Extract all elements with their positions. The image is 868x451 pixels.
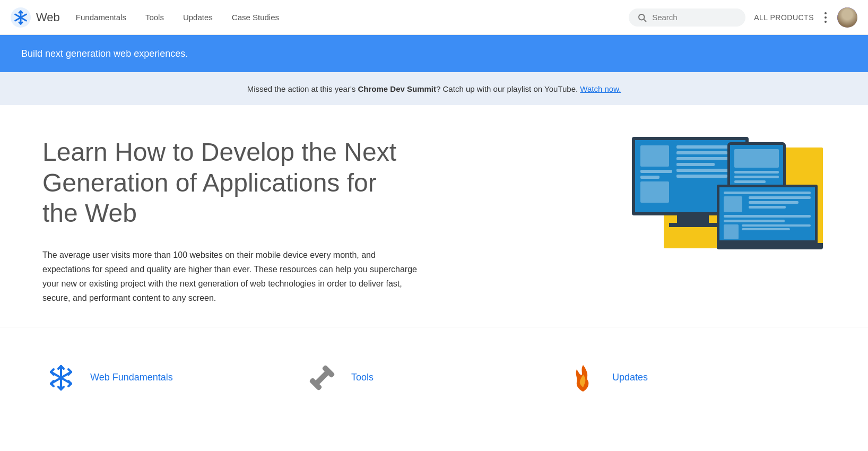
screen-line [676, 163, 715, 166]
nav-logo-text: Web [36, 11, 60, 24]
svg-line-7 [21, 22, 22, 24]
avatar-image [837, 7, 857, 28]
nav-links: Fundamentals Tools Updates Case Studies [76, 11, 629, 24]
tools-label[interactable]: Tools [351, 372, 374, 383]
tablet-line [734, 176, 779, 178]
laptop-line [749, 201, 798, 204]
laptop-line [724, 215, 811, 218]
announcement-prefix: Missed the action at this year's [247, 84, 358, 93]
nav-logo[interactable]: Web [11, 7, 60, 28]
dot [824, 16, 827, 19]
user-avatar[interactable] [837, 7, 857, 28]
laptop-device [717, 185, 823, 254]
nav-link-updates[interactable]: Updates [183, 11, 213, 24]
laptop-block [724, 196, 742, 212]
laptop-line [724, 192, 811, 194]
navigation: Web Fundamentals Tools Updates Case Stud… [0, 0, 868, 35]
nav-link-case-studies[interactable]: Case Studies [232, 11, 279, 24]
snowflake-big-icon [45, 362, 77, 394]
svg-line-5 [21, 11, 22, 13]
bottom-section: Web Fundamentals Tools Updates [0, 327, 868, 407]
announcement-banner: Missed the action at this year's Chrome … [0, 72, 868, 105]
screen-line [640, 176, 659, 179]
laptop-line [749, 206, 786, 209]
laptop-base [717, 243, 823, 249]
laptop-screen [717, 185, 818, 243]
screen-block [640, 181, 669, 203]
main-description: The average user visits more than 100 we… [42, 248, 424, 306]
dot [824, 21, 827, 23]
flame-icon [567, 362, 599, 394]
web-fundamentals-label[interactable]: Web Fundamentals [90, 372, 173, 383]
screen-left-col [640, 145, 672, 206]
dot [824, 12, 827, 14]
bottom-item-web-fundamentals: Web Fundamentals [42, 349, 303, 407]
tablet-block [734, 149, 779, 168]
search-input[interactable] [652, 13, 732, 22]
all-products-button[interactable]: ALL PRODUCTS [754, 13, 814, 22]
screen-line [676, 175, 727, 178]
laptop-lines-col [749, 196, 811, 212]
search-icon [637, 13, 647, 22]
tablet-line [734, 180, 766, 183]
search-box[interactable] [629, 8, 745, 27]
web-fundamentals-icon [42, 359, 80, 396]
laptop-line [724, 220, 785, 222]
monitor-stand [677, 215, 709, 223]
tools-icon [303, 359, 341, 396]
svg-line-24 [68, 369, 71, 372]
screen-line [640, 170, 672, 173]
nav-link-fundamentals[interactable]: Fundamentals [76, 11, 126, 24]
wrench-icon [306, 362, 338, 394]
monitor-base [669, 223, 717, 227]
laptop-line-sm [742, 228, 790, 230]
laptop-lines-sm [742, 224, 811, 239]
tablet-line [734, 171, 779, 174]
laptop-line [749, 196, 811, 199]
svg-line-9 [644, 19, 646, 21]
bottom-item-updates: Updates [565, 349, 826, 407]
updates-icon [565, 359, 602, 396]
main-left: Learn How to Develop the Next Generation… [42, 137, 597, 306]
laptop-line-sm [742, 224, 811, 227]
hero-banner-text: Build next generation web experiences. [21, 48, 188, 59]
announcement-suffix: ? Catch up with our playlist on YouTube. [436, 84, 578, 93]
main-illustration [629, 137, 826, 306]
announcement-text: Missed the action at this year's Chrome … [247, 84, 621, 93]
logo-icon [11, 7, 31, 28]
laptop-bottom-row [724, 224, 811, 239]
bottom-item-tools: Tools [303, 349, 565, 407]
nav-right: ALL PRODUCTS [629, 7, 857, 28]
hero-banner: Build next generation web experiences. [0, 35, 868, 72]
more-options-button[interactable] [822, 10, 829, 25]
watch-now-link[interactable]: Watch now. [580, 84, 621, 93]
screen-line [676, 151, 727, 154]
nav-link-tools[interactable]: Tools [145, 11, 164, 24]
announcement-highlight: Chrome Dev Summit [358, 84, 436, 93]
main-heading: Learn How to Develop the Next Generation… [42, 137, 403, 229]
updates-label[interactable]: Updates [612, 372, 648, 383]
svg-line-20 [68, 384, 71, 386]
laptop-block-sm [724, 224, 739, 239]
devices-illustration [632, 137, 823, 254]
laptop-row [724, 196, 811, 212]
screen-block [640, 145, 669, 167]
svg-line-22 [51, 384, 54, 386]
main-content: Learn How to Develop the Next Generation… [0, 105, 868, 327]
svg-line-18 [51, 369, 54, 372]
